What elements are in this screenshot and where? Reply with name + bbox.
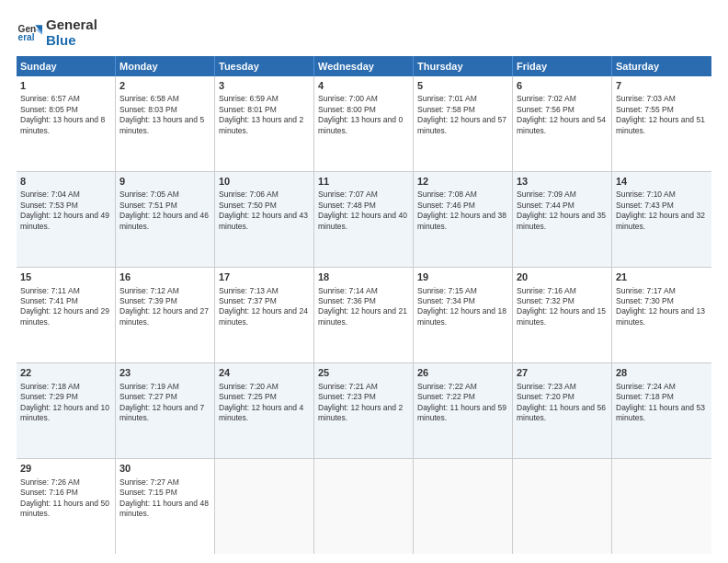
calendar-cell-22: 22Sunrise: 7:18 AMSunset: 7:29 PMDayligh… <box>17 363 116 458</box>
calendar-cell-17: 17Sunrise: 7:13 AMSunset: 7:37 PMDayligh… <box>215 268 314 362</box>
calendar-cell-30: 30Sunrise: 7:27 AMSunset: 7:15 PMDayligh… <box>116 459 215 554</box>
calendar-cell-11: 11Sunrise: 7:07 AMSunset: 7:48 PMDayligh… <box>314 172 414 267</box>
calendar-cell-empty-4-4 <box>414 459 513 554</box>
weekday-monday: Monday <box>116 56 215 76</box>
calendar-cell-1: 1Sunrise: 6:57 AMSunset: 8:05 PMDaylight… <box>17 76 116 171</box>
calendar-cell-empty-4-6 <box>612 459 711 554</box>
calendar-cell-16: 16Sunrise: 7:12 AMSunset: 7:39 PMDayligh… <box>116 268 215 362</box>
calendar-cell-12: 12Sunrise: 7:08 AMSunset: 7:46 PMDayligh… <box>414 172 513 267</box>
calendar-cell-19: 19Sunrise: 7:15 AMSunset: 7:34 PMDayligh… <box>414 268 513 362</box>
logo-general: General <box>46 17 97 32</box>
calendar-cell-9: 9Sunrise: 7:05 AMSunset: 7:51 PMDaylight… <box>116 172 215 267</box>
calendar-cell-21: 21Sunrise: 7:17 AMSunset: 7:30 PMDayligh… <box>612 268 711 362</box>
calendar-week-5: 29Sunrise: 7:26 AMSunset: 7:16 PMDayligh… <box>17 459 711 554</box>
calendar-cell-20: 20Sunrise: 7:16 AMSunset: 7:32 PMDayligh… <box>513 268 612 362</box>
svg-text:eral: eral <box>18 33 35 43</box>
calendar-cell-7: 7Sunrise: 7:03 AMSunset: 7:55 PMDaylight… <box>612 76 711 171</box>
calendar-cell-6: 6Sunrise: 7:02 AMSunset: 7:56 PMDaylight… <box>513 76 612 171</box>
calendar-cell-empty-4-2 <box>215 459 314 554</box>
calendar-week-2: 8Sunrise: 7:04 AMSunset: 7:53 PMDaylight… <box>17 172 711 268</box>
logo-blue: Blue <box>46 32 97 48</box>
weekday-friday: Friday <box>513 56 612 76</box>
weekday-saturday: Saturday <box>612 56 711 76</box>
weekday-tuesday: Tuesday <box>215 56 314 76</box>
calendar-cell-18: 18Sunrise: 7:14 AMSunset: 7:36 PMDayligh… <box>314 268 414 362</box>
calendar-cell-3: 3Sunrise: 6:59 AMSunset: 8:01 PMDaylight… <box>215 76 314 171</box>
calendar-cell-23: 23Sunrise: 7:19 AMSunset: 7:27 PMDayligh… <box>116 363 215 458</box>
calendar-cell-25: 25Sunrise: 7:21 AMSunset: 7:23 PMDayligh… <box>314 363 414 458</box>
svg-marker-3 <box>35 29 42 35</box>
calendar-cell-2: 2Sunrise: 6:58 AMSunset: 8:03 PMDaylight… <box>116 76 215 171</box>
calendar-cell-14: 14Sunrise: 7:10 AMSunset: 7:43 PMDayligh… <box>612 172 711 267</box>
calendar-header: Sunday Monday Tuesday Wednesday Thursday… <box>17 56 711 76</box>
calendar-body: 1Sunrise: 6:57 AMSunset: 8:05 PMDaylight… <box>17 76 711 555</box>
calendar-cell-26: 26Sunrise: 7:22 AMSunset: 7:22 PMDayligh… <box>414 363 513 458</box>
calendar-cell-empty-4-5 <box>513 459 612 554</box>
page-header: Gen eral General Blue <box>17 17 711 49</box>
calendar-week-3: 15Sunrise: 7:11 AMSunset: 7:41 PMDayligh… <box>17 268 711 363</box>
weekday-sunday: Sunday <box>17 56 116 76</box>
calendar-cell-8: 8Sunrise: 7:04 AMSunset: 7:53 PMDaylight… <box>17 172 116 267</box>
logo-icon: Gen eral <box>17 19 42 45</box>
calendar-cell-15: 15Sunrise: 7:11 AMSunset: 7:41 PMDayligh… <box>17 268 116 362</box>
calendar-cell-28: 28Sunrise: 7:24 AMSunset: 7:18 PMDayligh… <box>612 363 711 458</box>
calendar-week-4: 22Sunrise: 7:18 AMSunset: 7:29 PMDayligh… <box>17 363 711 459</box>
calendar: Sunday Monday Tuesday Wednesday Thursday… <box>17 56 711 555</box>
calendar-cell-27: 27Sunrise: 7:23 AMSunset: 7:20 PMDayligh… <box>513 363 612 458</box>
calendar-cell-empty-4-3 <box>314 459 414 554</box>
calendar-cell-13: 13Sunrise: 7:09 AMSunset: 7:44 PMDayligh… <box>513 172 612 267</box>
calendar-week-1: 1Sunrise: 6:57 AMSunset: 8:05 PMDaylight… <box>17 76 711 172</box>
logo: Gen eral General Blue <box>17 17 97 49</box>
calendar-cell-4: 4Sunrise: 7:00 AMSunset: 8:00 PMDaylight… <box>314 76 414 171</box>
calendar-cell-10: 10Sunrise: 7:06 AMSunset: 7:50 PMDayligh… <box>215 172 314 267</box>
calendar-cell-24: 24Sunrise: 7:20 AMSunset: 7:25 PMDayligh… <box>215 363 314 458</box>
weekday-thursday: Thursday <box>414 56 513 76</box>
weekday-wednesday: Wednesday <box>314 56 414 76</box>
calendar-cell-5: 5Sunrise: 7:01 AMSunset: 7:58 PMDaylight… <box>414 76 513 171</box>
calendar-cell-29: 29Sunrise: 7:26 AMSunset: 7:16 PMDayligh… <box>17 459 116 554</box>
